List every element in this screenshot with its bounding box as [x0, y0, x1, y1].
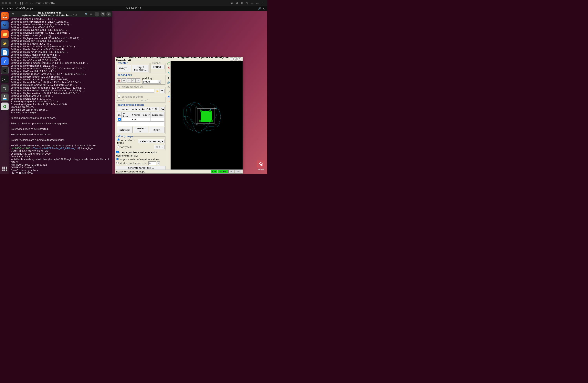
col-buriedness[interactable]: Buriedness	[150, 112, 164, 118]
activities-button[interactable]: Activities	[2, 7, 13, 10]
usb-disk-icon[interactable]: ⇅	[1, 85, 9, 92]
box-tool-icon[interactable]: ▦	[117, 78, 122, 83]
disc-icon[interactable]: ◎	[245, 1, 249, 4]
col-asscore[interactable]: AS Score	[122, 112, 131, 118]
deselect-all-button[interactable]: deselect all	[133, 127, 148, 133]
table-row	[117, 122, 165, 126]
desktop-home-icon[interactable]: Home	[257, 160, 265, 171]
fullscreen-icon[interactable]: ⤢	[261, 1, 264, 4]
pockets-legend: ligand binding pockets	[117, 104, 145, 106]
col-radgyr[interactable]: RadGyr	[141, 112, 151, 118]
pocket-row-check[interactable]	[118, 118, 121, 121]
status-cov-button: Cov	[234, 170, 241, 173]
invert-button[interactable]: invert	[149, 127, 165, 133]
padding-stepper-icon[interactable]: ▵	[158, 80, 161, 84]
writer-icon[interactable]: 📄	[1, 48, 9, 56]
focused-app[interactable]: ⬡ AGFRgui.py	[16, 7, 33, 10]
search-icon[interactable]: 🔍	[84, 12, 89, 17]
bond-icon[interactable]: ⚲	[167, 90, 170, 93]
maximize-button[interactable]: ▢	[101, 12, 105, 17]
terminal-output[interactable]: Setting up libopengl0:amd64 (1.4.0-1) ..…	[9, 17, 112, 174]
col-npoints[interactable]: #Points	[131, 112, 141, 118]
expand-tool-icon[interactable]: ⤢	[136, 78, 140, 83]
close-button[interactable]: ✕	[106, 12, 111, 17]
disk-icon[interactable]: 💾	[1, 93, 9, 101]
generate-target-button[interactable]: generate target file ...	[116, 166, 166, 170]
traffic-yellow-icon[interactable]	[5, 2, 7, 4]
anchor-icon[interactable]: ⚓	[167, 85, 170, 89]
help-icon[interactable]: ?	[1, 57, 9, 65]
ubuntu-dock: 🦊 ✉ 📁 ◉ 📄 ? ⚙ >_ ⇅ 💾 ♻	[0, 11, 9, 174]
auto-tool-icon[interactable]: ⟳	[131, 78, 136, 83]
options-icon[interactable]: ☰	[160, 89, 165, 93]
svg-point-5	[195, 125, 195, 125]
thunderbird-icon[interactable]: ✉	[1, 21, 9, 29]
python-icon: ⬡	[16, 7, 18, 10]
agfr-close-button[interactable]: ✕	[238, 57, 241, 61]
usb-icon[interactable]: ⇵	[240, 1, 244, 4]
cube-icon[interactable]: ▣	[167, 95, 170, 98]
pockets-settings-icon[interactable]: ⚙▾	[160, 107, 165, 111]
atom2-label: atom2:	[141, 99, 165, 102]
ligand-pdbqt-button[interactable]: PDBQT...	[151, 65, 165, 69]
clock[interactable]: Oct 16 21:18	[126, 7, 141, 10]
volume-icon[interactable]: 🔊	[258, 7, 261, 10]
create-gradients-check[interactable]: create gradients inside receptor	[116, 151, 157, 154]
settings-icon[interactable]: ⚙	[1, 66, 9, 74]
col-ill[interactable]: ill:	[117, 112, 122, 118]
target-file-button[interactable]: target file(.trg) ...	[132, 65, 149, 72]
svg-rect-12	[201, 111, 212, 122]
traffic-green-icon[interactable]	[9, 2, 11, 4]
firefox-icon[interactable]: 🦊	[1, 12, 9, 20]
new-tab-button[interactable]: ▢	[11, 12, 15, 17]
rhythmbox-icon[interactable]: ◉	[1, 39, 9, 47]
table-row[interactable]: 320	[117, 118, 165, 122]
agfr-maximize-button[interactable]: ▢	[234, 57, 237, 61]
extension-icon[interactable]: ▣	[230, 1, 233, 4]
covalent-checkbox[interactable]	[118, 95, 120, 98]
screenshot-icon[interactable]: ▭	[251, 1, 254, 4]
receptor-pdbqt-button[interactable]: PDBQT ...	[117, 65, 131, 72]
status-pocket-button[interactable]: Pocket	[218, 170, 228, 173]
compute-pockets-button[interactable]: compute pockets [AutoSite 1.0]	[117, 107, 159, 111]
svg-line-8	[196, 107, 197, 108]
files-icon[interactable]: 📁	[1, 30, 9, 38]
agfr-minimize-button[interactable]: –	[230, 57, 233, 61]
show-apps-button[interactable]	[1, 165, 8, 172]
network-icon[interactable]: ⇄	[235, 1, 239, 4]
power-menu-icon[interactable]: ⏻	[263, 7, 265, 10]
padding-input[interactable]	[142, 80, 158, 84]
terminal-window: ▢ he1768@he1768: ~/Downloads/ADFRsuite_x…	[9, 11, 112, 174]
resize-tool-icon[interactable]: ⤡	[126, 78, 131, 83]
gnome-top-bar: Activities ⬡ AGFRgui.py Oct 16 21:18 🔊 ⏻	[0, 6, 267, 11]
trash-icon[interactable]: ♻	[1, 103, 9, 110]
water-map-button[interactable]: water map setting ▾	[138, 139, 165, 143]
docking-box-legend: docking box	[117, 74, 132, 76]
link-icon[interactable]: 🔗	[167, 81, 170, 84]
text-icon[interactable]: T	[167, 76, 170, 79]
select-all-button[interactable]: select all	[117, 127, 132, 133]
largest-cluster-radio[interactable]: largest cluster of negative values	[116, 158, 166, 161]
back-icon[interactable]: ◁	[24, 1, 28, 4]
for-types-radio[interactable]: for types:	[117, 145, 153, 149]
agfr-3d-viewer[interactable]	[170, 61, 243, 170]
ubuntu-icon: ◌	[30, 1, 33, 4]
minimize-button[interactable]: –	[95, 12, 99, 17]
agfr-statusbar: Ready to compute maps Box Pocket FR Cov	[115, 170, 243, 173]
traffic-red-icon[interactable]	[1, 2, 4, 4]
hamburger-icon[interactable]: ≡	[89, 12, 93, 17]
all-types-radio[interactable]: for all atom types	[117, 138, 137, 144]
pause-icon[interactable]: ❚❚	[20, 1, 23, 4]
status-box-button[interactable]: Box	[211, 170, 217, 173]
flex-input[interactable]	[117, 89, 154, 93]
globe-icon[interactable]: ◯	[167, 62, 170, 65]
folder-icon[interactable]: ▭	[255, 1, 259, 4]
nudge-tool-icon[interactable]: ✥	[122, 78, 126, 83]
molecule-icon[interactable]: ✿	[167, 66, 170, 70]
terminal-icon[interactable]: >_	[1, 75, 9, 83]
wand-icon[interactable]: ✨	[155, 89, 159, 93]
power-icon[interactable]: ⏻	[14, 1, 18, 4]
delete-icon[interactable]: ▭	[167, 99, 170, 103]
ribbon-icon[interactable]: ∿	[167, 71, 170, 75]
all-clusters-radio[interactable]: all clusters larger than:	[116, 162, 147, 165]
